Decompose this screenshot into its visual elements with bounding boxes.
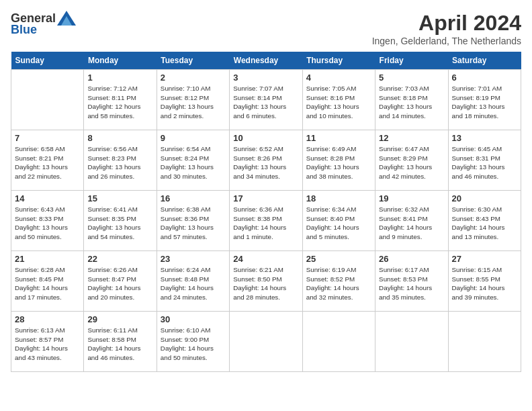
calendar-day-cell: 12Sunrise: 6:47 AM Sunset: 8:29 PM Dayli… bbox=[375, 130, 448, 191]
day-info: Sunrise: 6:15 AM Sunset: 8:55 PM Dayligh… bbox=[452, 265, 517, 302]
page-header: General Blue April 2024 Ingen, Gelderlan… bbox=[11, 11, 521, 46]
calendar-day-cell: 7Sunrise: 6:58 AM Sunset: 8:21 PM Daylig… bbox=[11, 130, 84, 191]
day-info: Sunrise: 6:52 AM Sunset: 8:26 PM Dayligh… bbox=[233, 144, 298, 181]
calendar-week-row: 1Sunrise: 7:12 AM Sunset: 8:11 PM Daylig… bbox=[11, 70, 521, 130]
day-info: Sunrise: 7:03 AM Sunset: 8:18 PM Dayligh… bbox=[379, 84, 444, 121]
day-info: Sunrise: 6:32 AM Sunset: 8:41 PM Dayligh… bbox=[379, 205, 444, 242]
calendar-day-cell bbox=[302, 312, 375, 372]
calendar-day-cell: 14Sunrise: 6:43 AM Sunset: 8:33 PM Dayli… bbox=[11, 191, 84, 251]
day-number: 15 bbox=[87, 193, 152, 203]
day-number: 4 bbox=[306, 73, 371, 83]
calendar-day-cell: 9Sunrise: 6:54 AM Sunset: 8:24 PM Daylig… bbox=[157, 130, 229, 191]
calendar-day-cell: 22Sunrise: 6:26 AM Sunset: 8:47 PM Dayli… bbox=[84, 251, 157, 312]
day-info: Sunrise: 6:17 AM Sunset: 8:53 PM Dayligh… bbox=[379, 265, 444, 302]
calendar-day-cell bbox=[375, 312, 448, 372]
day-info: Sunrise: 6:10 AM Sunset: 9:00 PM Dayligh… bbox=[161, 326, 226, 363]
weekday-cell: Monday bbox=[84, 52, 157, 70]
day-info: Sunrise: 6:43 AM Sunset: 8:33 PM Dayligh… bbox=[15, 205, 80, 242]
calendar-day-cell: 5Sunrise: 7:03 AM Sunset: 8:18 PM Daylig… bbox=[375, 70, 448, 130]
day-info: Sunrise: 7:01 AM Sunset: 8:19 PM Dayligh… bbox=[452, 84, 517, 121]
day-number: 22 bbox=[87, 254, 152, 264]
calendar-body: 1Sunrise: 7:12 AM Sunset: 8:11 PM Daylig… bbox=[11, 70, 521, 372]
calendar-day-cell: 25Sunrise: 6:19 AM Sunset: 8:52 PM Dayli… bbox=[302, 251, 375, 312]
day-info: Sunrise: 7:07 AM Sunset: 8:14 PM Dayligh… bbox=[233, 84, 298, 121]
calendar-day-cell: 2Sunrise: 7:10 AM Sunset: 8:12 PM Daylig… bbox=[157, 70, 229, 130]
calendar-week-row: 14Sunrise: 6:43 AM Sunset: 8:33 PM Dayli… bbox=[11, 191, 521, 251]
calendar-day-cell: 3Sunrise: 7:07 AM Sunset: 8:14 PM Daylig… bbox=[230, 70, 302, 130]
day-number: 18 bbox=[306, 193, 371, 203]
day-info: Sunrise: 6:34 AM Sunset: 8:40 PM Dayligh… bbox=[306, 205, 371, 242]
calendar-day-cell: 16Sunrise: 6:38 AM Sunset: 8:36 PM Dayli… bbox=[157, 191, 229, 251]
calendar-day-cell: 4Sunrise: 7:05 AM Sunset: 8:16 PM Daylig… bbox=[302, 70, 375, 130]
day-number: 28 bbox=[15, 314, 80, 324]
calendar-day-cell: 6Sunrise: 7:01 AM Sunset: 8:19 PM Daylig… bbox=[448, 70, 521, 130]
calendar-day-cell: 13Sunrise: 6:45 AM Sunset: 8:31 PM Dayli… bbox=[448, 130, 521, 191]
day-number: 9 bbox=[161, 133, 226, 143]
day-number: 11 bbox=[306, 133, 371, 143]
calendar: SundayMondayTuesdayWednesdayThursdayFrid… bbox=[11, 52, 521, 372]
day-info: Sunrise: 6:45 AM Sunset: 8:31 PM Dayligh… bbox=[452, 144, 517, 181]
day-number: 20 bbox=[452, 193, 517, 203]
calendar-day-cell: 29Sunrise: 6:11 AM Sunset: 8:58 PM Dayli… bbox=[84, 312, 157, 372]
day-number: 21 bbox=[15, 254, 80, 264]
day-info: Sunrise: 6:28 AM Sunset: 8:45 PM Dayligh… bbox=[15, 265, 80, 302]
calendar-day-cell: 26Sunrise: 6:17 AM Sunset: 8:53 PM Dayli… bbox=[375, 251, 448, 312]
calendar-day-cell bbox=[448, 312, 521, 372]
calendar-day-cell: 24Sunrise: 6:21 AM Sunset: 8:50 PM Dayli… bbox=[230, 251, 302, 312]
day-number: 3 bbox=[233, 73, 298, 83]
day-number: 23 bbox=[161, 254, 226, 264]
day-number: 10 bbox=[233, 133, 298, 143]
day-info: Sunrise: 6:30 AM Sunset: 8:43 PM Dayligh… bbox=[452, 205, 517, 242]
day-info: Sunrise: 7:12 AM Sunset: 8:11 PM Dayligh… bbox=[87, 84, 152, 121]
day-info: Sunrise: 6:58 AM Sunset: 8:21 PM Dayligh… bbox=[15, 144, 80, 181]
title-area: April 2024 Ingen, Gelderland, The Nether… bbox=[372, 11, 521, 46]
day-info: Sunrise: 6:24 AM Sunset: 8:48 PM Dayligh… bbox=[161, 265, 226, 302]
calendar-day-cell: 19Sunrise: 6:32 AM Sunset: 8:41 PM Dayli… bbox=[375, 191, 448, 251]
day-number: 26 bbox=[379, 254, 444, 264]
day-info: Sunrise: 7:10 AM Sunset: 8:12 PM Dayligh… bbox=[161, 84, 226, 121]
calendar-day-cell: 18Sunrise: 6:34 AM Sunset: 8:40 PM Dayli… bbox=[302, 191, 375, 251]
calendar-day-cell: 27Sunrise: 6:15 AM Sunset: 8:55 PM Dayli… bbox=[448, 251, 521, 312]
day-info: Sunrise: 6:11 AM Sunset: 8:58 PM Dayligh… bbox=[87, 326, 152, 363]
day-number: 5 bbox=[379, 73, 444, 83]
calendar-day-cell: 23Sunrise: 6:24 AM Sunset: 8:48 PM Dayli… bbox=[157, 251, 229, 312]
calendar-week-row: 21Sunrise: 6:28 AM Sunset: 8:45 PM Dayli… bbox=[11, 251, 521, 312]
day-number: 16 bbox=[161, 193, 226, 203]
location-title: Ingen, Gelderland, The Netherlands bbox=[372, 36, 521, 46]
day-number: 7 bbox=[15, 133, 80, 143]
weekday-cell: Friday bbox=[375, 52, 448, 70]
day-info: Sunrise: 6:36 AM Sunset: 8:38 PM Dayligh… bbox=[233, 205, 298, 242]
calendar-day-cell: 17Sunrise: 6:36 AM Sunset: 8:38 PM Dayli… bbox=[230, 191, 302, 251]
calendar-week-row: 28Sunrise: 6:13 AM Sunset: 8:57 PM Dayli… bbox=[11, 312, 521, 372]
logo: General Blue bbox=[11, 11, 76, 37]
day-info: Sunrise: 6:54 AM Sunset: 8:24 PM Dayligh… bbox=[161, 144, 226, 181]
day-number: 30 bbox=[161, 314, 226, 324]
logo-icon bbox=[57, 11, 76, 26]
day-info: Sunrise: 6:21 AM Sunset: 8:50 PM Dayligh… bbox=[233, 265, 298, 302]
day-number: 6 bbox=[452, 73, 517, 83]
day-number: 1 bbox=[87, 73, 152, 83]
calendar-day-cell: 21Sunrise: 6:28 AM Sunset: 8:45 PM Dayli… bbox=[11, 251, 84, 312]
calendar-day-cell: 1Sunrise: 7:12 AM Sunset: 8:11 PM Daylig… bbox=[84, 70, 157, 130]
calendar-day-cell: 10Sunrise: 6:52 AM Sunset: 8:26 PM Dayli… bbox=[230, 130, 302, 191]
calendar-day-cell: 28Sunrise: 6:13 AM Sunset: 8:57 PM Dayli… bbox=[11, 312, 84, 372]
day-number: 19 bbox=[379, 193, 444, 203]
day-number: 8 bbox=[87, 133, 152, 143]
day-number: 24 bbox=[233, 254, 298, 264]
day-number: 25 bbox=[306, 254, 371, 264]
weekday-cell: Tuesday bbox=[157, 52, 229, 70]
day-info: Sunrise: 6:19 AM Sunset: 8:52 PM Dayligh… bbox=[306, 265, 371, 302]
weekday-cell: Sunday bbox=[11, 52, 84, 70]
calendar-week-row: 7Sunrise: 6:58 AM Sunset: 8:21 PM Daylig… bbox=[11, 130, 521, 191]
day-number: 2 bbox=[161, 73, 226, 83]
month-title: April 2024 bbox=[372, 11, 521, 36]
calendar-day-cell bbox=[11, 70, 84, 130]
weekday-cell: Thursday bbox=[302, 52, 375, 70]
calendar-day-cell: 8Sunrise: 6:56 AM Sunset: 8:23 PM Daylig… bbox=[84, 130, 157, 191]
day-number: 29 bbox=[87, 314, 152, 324]
calendar-day-cell: 15Sunrise: 6:41 AM Sunset: 8:35 PM Dayli… bbox=[84, 191, 157, 251]
day-number: 14 bbox=[15, 193, 80, 203]
day-info: Sunrise: 6:41 AM Sunset: 8:35 PM Dayligh… bbox=[87, 205, 152, 242]
day-info: Sunrise: 7:05 AM Sunset: 8:16 PM Dayligh… bbox=[306, 84, 371, 121]
day-info: Sunrise: 6:26 AM Sunset: 8:47 PM Dayligh… bbox=[87, 265, 152, 302]
